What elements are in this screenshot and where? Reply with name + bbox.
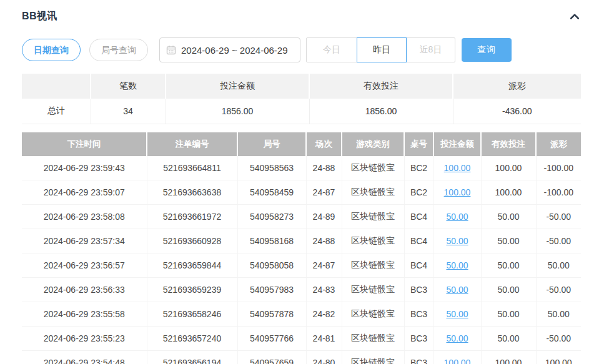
cell-table-no: BC3 (404, 278, 433, 302)
bet-amount-link[interactable]: 100.00 (444, 358, 471, 364)
filter-bar: 日期查询 局号查询 2024-06-29 ~ 2024-06-29 今日 昨日 … (22, 37, 512, 62)
cell-round-no: 540958563 (237, 156, 306, 180)
cell-time: 2024-06-29 23:56:33 (22, 278, 147, 302)
cell-payout: -50.00 (536, 205, 581, 229)
table-row: 2024-06-29 23:57:34521693660928540958168… (22, 229, 581, 253)
cell-valid-bet: 50.00 (481, 205, 536, 229)
header-table-no: 桌号 (404, 132, 433, 156)
header-payout: 派彩 (536, 132, 581, 156)
cell-bet-amount: 50.00 (433, 278, 481, 302)
cell-bet-amount: 50.00 (433, 327, 481, 351)
table-row: 2024-06-29 23:56:57521693659844540958058… (22, 253, 581, 278)
cell-payout: -50.00 (536, 327, 581, 351)
cell-game-type: 区块链骰宝 (342, 229, 404, 253)
cell-session: 24-88 (306, 156, 342, 180)
cell-session: 24-87 (306, 180, 342, 205)
table-row: 2024-06-29 23:58:08521693661972540958273… (22, 205, 581, 229)
cell-order-no: 521693659239 (147, 278, 237, 302)
cell-valid-bet: 50.00 (481, 229, 536, 253)
records-table: 下注时间 注单编号 局号 场次 游戏类别 桌号 投注金额 有效投注 派彩 202… (22, 132, 581, 364)
cell-payout: -100.00 (536, 180, 581, 205)
cell-time: 2024-06-29 23:59:07 (22, 180, 147, 205)
header-bet-amount: 投注金额 (433, 132, 481, 156)
cell-table-no: BC4 (404, 229, 433, 253)
cell-payout: -50.00 (536, 229, 581, 253)
cell-payout: 50.00 (536, 302, 581, 327)
bet-amount-link[interactable]: 50.00 (446, 236, 468, 246)
table-row: 2024-06-29 23:55:58521693658246540957878… (22, 302, 581, 327)
cell-round-no: 540957878 (237, 302, 306, 327)
cell-bet-amount: 50.00 (433, 229, 481, 253)
cell-session: 24-81 (306, 327, 342, 351)
cell-table-no: BC3 (404, 351, 433, 364)
bet-amount-link[interactable]: 100.00 (444, 187, 471, 197)
cell-bet-amount: 50.00 (433, 205, 481, 229)
header-round-no: 局号 (237, 132, 306, 156)
bet-amount-link[interactable]: 50.00 (446, 260, 468, 270)
cell-game-type: 区块链骰宝 (342, 180, 404, 205)
query-button[interactable]: 查询 (462, 38, 512, 62)
cell-time: 2024-06-29 23:57:34 (22, 229, 147, 253)
header-session: 场次 (306, 132, 342, 156)
records-header-row: 下注时间 注单编号 局号 场次 游戏类别 桌号 投注金额 有效投注 派彩 (22, 132, 581, 156)
cell-bet-amount: 100.00 (433, 351, 481, 364)
cell-time: 2024-06-29 23:59:43 (22, 156, 147, 180)
cell-table-no: BC2 (404, 156, 433, 180)
quick-range-group: 今日 昨日 近8日 (306, 37, 455, 62)
summary-header-count: 笔数 (91, 74, 166, 99)
summary-header-payout: 派彩 (453, 74, 581, 99)
summary-total-row: 总计 34 1856.00 1856.00 -436.00 (22, 99, 581, 124)
cell-order-no: 521693659844 (147, 253, 237, 278)
cell-table-no: BC3 (404, 302, 433, 327)
collapse-chevron-icon[interactable] (568, 11, 581, 23)
cell-session: 24-87 (306, 253, 342, 278)
bet-amount-link[interactable]: 50.00 (446, 309, 468, 319)
header-order-no: 注单编号 (147, 132, 237, 156)
cell-bet-amount: 100.00 (433, 180, 481, 205)
cell-round-no: 540958459 (237, 180, 306, 205)
table-row: 2024-06-29 23:54:48521693656194540957659… (22, 351, 581, 364)
cell-valid-bet: 50.00 (481, 327, 536, 351)
tab-round-query[interactable]: 局号查询 (89, 39, 148, 61)
table-row: 2024-06-29 23:56:33521693659239540957983… (22, 278, 581, 302)
summary-header-blank (22, 74, 91, 99)
cell-round-no: 540958058 (237, 253, 306, 278)
quick-today-button[interactable]: 今日 (306, 37, 357, 62)
bet-amount-link[interactable]: 50.00 (446, 285, 468, 295)
calendar-icon (166, 45, 176, 55)
cell-valid-bet: 100.00 (481, 351, 536, 364)
cell-table-no: BC4 (404, 205, 433, 229)
date-range-input[interactable]: 2024-06-29 ~ 2024-06-29 (159, 37, 300, 62)
quick-last8days-button[interactable]: 近8日 (406, 37, 455, 62)
cell-valid-bet: 50.00 (481, 302, 536, 327)
cell-valid-bet: 50.00 (481, 278, 536, 302)
cell-time: 2024-06-29 23:54:48 (22, 351, 147, 364)
cell-payout: -100.00 (536, 156, 581, 180)
cell-table-no: BC3 (404, 327, 433, 351)
cell-round-no: 540957766 (237, 327, 306, 351)
bet-amount-link[interactable]: 50.00 (446, 212, 468, 222)
bet-amount-link[interactable]: 50.00 (446, 333, 468, 343)
cell-session: 24-89 (306, 205, 342, 229)
tab-date-query[interactable]: 日期查询 (22, 39, 81, 61)
bet-amount-link[interactable]: 100.00 (444, 163, 471, 173)
cell-round-no: 540957983 (237, 278, 306, 302)
cell-valid-bet: 100.00 (481, 156, 536, 180)
cell-session: 24-88 (306, 229, 342, 253)
cell-game-type: 区块链骰宝 (342, 253, 404, 278)
cell-time: 2024-06-29 23:55:58 (22, 302, 147, 327)
cell-bet-amount: 50.00 (433, 302, 481, 327)
cell-round-no: 540958273 (237, 205, 306, 229)
summary-total-bet-amount: 1856.00 (166, 99, 309, 124)
cell-round-no: 540957659 (237, 351, 306, 364)
quick-yesterday-button[interactable]: 昨日 (357, 37, 407, 62)
cell-time: 2024-06-29 23:58:08 (22, 205, 147, 229)
summary-header-bet-amount: 投注金额 (166, 74, 309, 99)
date-range-value: 2024-06-29 ~ 2024-06-29 (181, 45, 288, 56)
cell-order-no: 521693663638 (147, 180, 237, 205)
cell-order-no: 521693656194 (147, 351, 237, 364)
summary-header-valid-bet: 有效投注 (309, 74, 453, 99)
summary-total-payout: -436.00 (453, 99, 581, 124)
cell-payout: 50.00 (536, 253, 581, 278)
summary-header-row: 笔数 投注金额 有效投注 派彩 (22, 74, 581, 99)
